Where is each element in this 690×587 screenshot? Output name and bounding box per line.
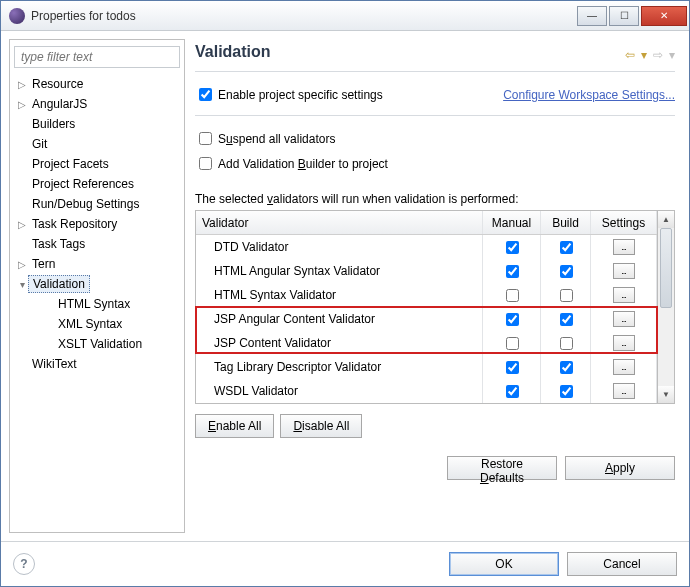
validator-name: JSP Angular Content Validator xyxy=(196,307,483,331)
apply-button[interactable]: Apply xyxy=(565,456,675,480)
build-checkbox[interactable] xyxy=(560,337,573,350)
sidebar-item-xslt-validation[interactable]: XSLT Validation xyxy=(14,334,180,354)
minimize-button[interactable]: — xyxy=(577,6,607,26)
settings-button[interactable]: ... xyxy=(613,383,635,399)
eclipse-icon xyxy=(9,8,25,24)
col-validator[interactable]: Validator xyxy=(196,211,483,234)
settings-button[interactable]: ... xyxy=(613,239,635,255)
manual-checkbox[interactable] xyxy=(506,289,519,302)
sidebar-item-label: Builders xyxy=(28,116,79,132)
disable-all-button[interactable]: Disable All xyxy=(280,414,362,438)
twisty-icon[interactable]: ▷ xyxy=(16,99,28,110)
manual-checkbox[interactable] xyxy=(506,241,519,254)
main-panel: Validation ⇦▾ ⇨▾ Enable project specific… xyxy=(189,39,681,533)
manual-checkbox[interactable] xyxy=(506,337,519,350)
build-checkbox[interactable] xyxy=(560,313,573,326)
sidebar-item-xml-syntax[interactable]: XML Syntax xyxy=(14,314,180,334)
table-row[interactable]: WSDL Validator... xyxy=(196,379,657,403)
forward-icon[interactable]: ⇨ xyxy=(653,48,663,62)
sidebar-item-wikitext[interactable]: WikiText xyxy=(14,354,180,374)
cancel-button[interactable]: Cancel xyxy=(567,552,677,576)
forward-menu-icon[interactable]: ▾ xyxy=(669,48,675,62)
sidebar-item-label: Run/Debug Settings xyxy=(28,196,143,212)
col-build[interactable]: Build xyxy=(541,211,591,234)
help-icon[interactable]: ? xyxy=(13,553,35,575)
build-checkbox[interactable] xyxy=(560,265,573,278)
nav-history: ⇦▾ ⇨▾ xyxy=(625,48,675,62)
sidebar-item-label: Resource xyxy=(28,76,87,92)
twisty-icon[interactable]: ▾ xyxy=(16,279,28,290)
sidebar-item-task-tags[interactable]: Task Tags xyxy=(14,234,180,254)
sidebar-item-label: HTML Syntax xyxy=(54,296,134,312)
filter-input[interactable] xyxy=(14,46,180,68)
sidebar-item-label: Project Facets xyxy=(28,156,113,172)
add-builder-checkbox[interactable] xyxy=(199,157,212,170)
manual-checkbox[interactable] xyxy=(506,313,519,326)
enable-project-specific-checkbox[interactable] xyxy=(199,88,212,101)
table-row[interactable]: JSP Angular Content Validator... xyxy=(196,307,657,331)
sidebar-item-git[interactable]: Git xyxy=(14,134,180,154)
col-manual[interactable]: Manual xyxy=(483,211,541,234)
sidebar: ▷Resource▷AngularJSBuildersGitProject Fa… xyxy=(9,39,185,533)
col-settings[interactable]: Settings xyxy=(591,211,657,234)
titlebar: Properties for todos — ☐ ✕ xyxy=(1,1,689,31)
table-scrollbar[interactable]: ▲ ▼ xyxy=(658,210,675,404)
sidebar-item-task-repository[interactable]: ▷Task Repository xyxy=(14,214,180,234)
build-checkbox[interactable] xyxy=(560,361,573,374)
settings-button[interactable]: ... xyxy=(613,263,635,279)
separator xyxy=(195,115,675,116)
page-heading: Validation xyxy=(195,43,625,61)
suspend-validators-checkbox[interactable] xyxy=(199,132,212,145)
nav-tree: ▷Resource▷AngularJSBuildersGitProject Fa… xyxy=(14,74,180,374)
sidebar-item-project-facets[interactable]: Project Facets xyxy=(14,154,180,174)
table-row[interactable]: HTML Angular Syntax Validator... xyxy=(196,259,657,283)
table-row[interactable]: Tag Library Descriptor Validator... xyxy=(196,355,657,379)
sidebar-item-tern[interactable]: ▷Tern xyxy=(14,254,180,274)
cell-settings: ... xyxy=(591,259,657,283)
enable-all-button[interactable]: Enable All xyxy=(195,414,274,438)
manual-checkbox[interactable] xyxy=(506,385,519,398)
sidebar-item-label: Validation xyxy=(28,275,90,293)
twisty-icon[interactable]: ▷ xyxy=(16,79,28,90)
sidebar-item-project-references[interactable]: Project References xyxy=(14,174,180,194)
sidebar-item-run-debug-settings[interactable]: Run/Debug Settings xyxy=(14,194,180,214)
settings-button[interactable]: ... xyxy=(613,335,635,351)
twisty-icon[interactable]: ▷ xyxy=(16,219,28,230)
build-checkbox[interactable] xyxy=(560,241,573,254)
cell-manual xyxy=(483,259,541,283)
cell-manual xyxy=(483,283,541,307)
sidebar-item-builders[interactable]: Builders xyxy=(14,114,180,134)
sidebar-item-validation[interactable]: ▾Validation xyxy=(14,274,180,294)
settings-button[interactable]: ... xyxy=(613,359,635,375)
cell-settings: ... xyxy=(591,307,657,331)
ok-button[interactable]: OK xyxy=(449,552,559,576)
scroll-down-icon[interactable]: ▼ xyxy=(658,386,674,403)
restore-defaults-button[interactable]: Restore Defaults xyxy=(447,456,557,480)
table-row[interactable]: DTD Validator... xyxy=(196,235,657,259)
manual-checkbox[interactable] xyxy=(506,265,519,278)
configure-workspace-link[interactable]: Configure Workspace Settings... xyxy=(503,88,675,102)
scroll-up-icon[interactable]: ▲ xyxy=(658,211,674,228)
sidebar-item-html-syntax[interactable]: HTML Syntax xyxy=(14,294,180,314)
cell-manual xyxy=(483,235,541,259)
manual-checkbox[interactable] xyxy=(506,361,519,374)
back-icon[interactable]: ⇦ xyxy=(625,48,635,62)
sidebar-item-angularjs[interactable]: ▷AngularJS xyxy=(14,94,180,114)
scroll-thumb[interactable] xyxy=(660,228,672,308)
cell-build xyxy=(541,307,591,331)
separator xyxy=(195,71,675,72)
validator-name: WSDL Validator xyxy=(196,379,483,403)
build-checkbox[interactable] xyxy=(560,385,573,398)
twisty-icon[interactable]: ▷ xyxy=(16,259,28,270)
table-row[interactable]: HTML Syntax Validator... xyxy=(196,283,657,307)
validators-table: Validator Manual Build Settings DTD Vali… xyxy=(195,210,658,404)
table-row[interactable]: JSP Content Validator... xyxy=(196,331,657,355)
table-container: Validator Manual Build Settings DTD Vali… xyxy=(195,210,675,404)
build-checkbox[interactable] xyxy=(560,289,573,302)
settings-button[interactable]: ... xyxy=(613,311,635,327)
sidebar-item-resource[interactable]: ▷Resource xyxy=(14,74,180,94)
maximize-button[interactable]: ☐ xyxy=(609,6,639,26)
back-menu-icon[interactable]: ▾ xyxy=(641,48,647,62)
close-button[interactable]: ✕ xyxy=(641,6,687,26)
settings-button[interactable]: ... xyxy=(613,287,635,303)
